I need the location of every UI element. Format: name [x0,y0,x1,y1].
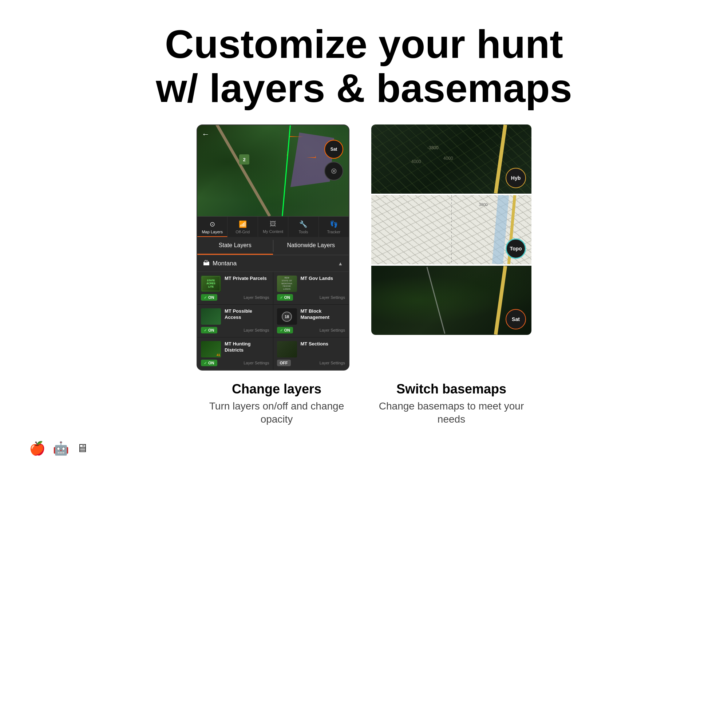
elevation-label-4000b: 4000 [444,156,453,161]
layer-top: MT Sections [277,341,346,358]
layer-settings-link[interactable]: Layer Settings [320,295,345,300]
nav-tab-tracker-label: Tracker [327,230,340,234]
layer-settings-link[interactable]: Layer Settings [243,361,269,365]
off-badge[interactable]: OFF [277,359,291,366]
back-button[interactable]: ← [202,130,210,139]
off-label: OFF [280,361,288,365]
layer-name: MT Private Parcels [225,275,269,282]
on-label: ON [208,328,214,332]
check-icon: ✓ [204,328,207,332]
desktop-icon: 🖥 [76,442,88,455]
on-badge[interactable]: ✓ ON [201,359,217,366]
layer-top: BEMSTATE OFMONTANAFED/NDLANDS MT Gov Lan… [277,275,346,292]
basemap-panel: -3800 4000 4000 Hyb 3800 Topo Sat [371,124,531,370]
on-badge[interactable]: ✓ ON [277,327,294,333]
on-label: ON [284,328,291,332]
state-name-label: Montana [213,260,237,267]
nav-tabs: ⊙ Map Layers 📶 Off-Grid 🖼 My Content 🔧 T… [197,216,349,237]
on-label: ON [208,295,214,300]
list-item: BEMSTATE OFMONTANAFED/NDLANDS MT Gov Lan… [273,272,349,304]
layer-name: MT Sections [301,341,346,347]
layer-settings-link[interactable]: Layer Settings [243,295,269,300]
layer-grid: STATEACRESLITE MT Private Parcels ✓ ON [197,272,349,370]
map-area: ← 2 Sat ⊗ [197,125,349,216]
caption-right: Switch basemaps Change basemaps to meet … [375,381,528,426]
nav-tab-off-grid-label: Off-Grid [236,230,250,234]
layer-thumb-block-mgmt: 18 [277,308,297,325]
layer-settings-link[interactable]: Layer Settings [243,328,269,332]
tracker-icon: 👣 [330,220,338,228]
on-label: ON [208,361,214,365]
layer-top: 41 MT Hunting Districts [201,341,269,358]
on-badge[interactable]: ✓ ON [277,294,294,301]
layer-top: STATEACRESLITE MT Private Parcels [201,275,269,292]
satellite-view: ← 2 Sat ⊗ [197,125,349,216]
apple-icon: 🍎 [29,441,46,456]
layer-name: MT Hunting Districts [225,341,269,353]
phone-panel: ← 2 Sat ⊗ ⊙ Map Layers 📶 Off-Grid 🖼 [197,124,349,370]
page-header: Customize your hunt w/ layers & basemaps [0,0,728,124]
layer-number-badge: 18 [282,312,292,322]
layer-bottom: ✓ ON Layer Settings [201,359,269,366]
caption-left: Change layers Turn layers on/off and cha… [200,381,353,426]
check-icon: ✓ [204,295,207,300]
basemap-hybrid[interactable]: -3800 4000 4000 Hyb [371,124,531,194]
list-item: MT Possible Access ✓ ON Layer Settings [197,305,273,337]
layer-top: MT Possible Access [201,308,269,325]
layer-info: MT Block Management [301,308,346,325]
layer-name: MT Gov Lands [301,275,346,282]
layer-thumb-sections [277,341,297,358]
android-icon: 🤖 [53,441,69,456]
on-label: ON [284,295,291,300]
layer-settings-link[interactable]: Layer Settings [320,361,345,365]
collapse-icon[interactable]: ▲ [338,261,343,266]
phone-mockup: ← 2 Sat ⊗ ⊙ Map Layers 📶 Off-Grid 🖼 [197,124,349,370]
layer-thumb-gov-lands: BEMSTATE OFMONTANAFED/NDLANDS [277,275,297,292]
layer-thumb-hunting: 41 [201,341,221,358]
page-title: Customize your hunt w/ layers & basemaps [29,22,699,110]
nav-tab-map-layers[interactable]: ⊙ Map Layers [197,217,228,237]
on-badge[interactable]: ✓ ON [201,327,217,333]
layer-name: MT Possible Access [225,308,269,321]
nav-tab-tools[interactable]: 🔧 Tools [288,217,318,237]
list-item: 41 MT Hunting Districts ✓ ON Layer Se [197,337,273,370]
sat-badge-basemap: Sat [506,309,526,329]
hybrid-badge: Hyb [506,168,526,188]
layer-settings-link[interactable]: Layer Settings [320,328,345,332]
platform-icons: 🍎 🤖 🖥 [0,434,728,463]
nav-tab-my-content-label: My Content [263,229,283,234]
nav-tab-tracker[interactable]: 👣 Tracker [319,217,349,237]
layer-info: MT Possible Access [225,308,269,325]
layer-bottom: ✓ ON Layer Settings [201,294,269,301]
state-flag-icon: 🏔 [203,260,210,267]
on-badge[interactable]: ✓ ON [201,294,217,301]
layer-info: MT Hunting Districts [225,341,269,358]
nav-tab-map-layers-label: Map Layers [202,230,222,234]
caption-left-title: Change layers [200,381,353,397]
check-icon: ✓ [204,361,207,365]
tab-nationwide-layers[interactable]: Nationwide Layers [273,237,349,255]
list-item: 18 MT Block Management ✓ ON Layer Set [273,305,349,337]
sat-badge[interactable]: Sat [324,140,343,159]
layer-info: MT Gov Lands [301,275,346,292]
tools-icon: 🔧 [299,220,307,228]
state-name: 🏔 Montana [203,260,237,267]
layer-bottom: ✓ ON Layer Settings [277,294,346,301]
nav-tab-tools-label: Tools [299,230,308,234]
layer-bottom: ✓ ON Layer Settings [277,327,346,333]
main-content: ← 2 Sat ⊗ ⊙ Map Layers 📶 Off-Grid 🖼 [0,124,728,370]
list-item: MT Sections OFF Layer Settings [273,337,349,370]
nav-tab-off-grid[interactable]: 📶 Off-Grid [228,217,258,237]
road-marker: 2 [239,154,249,165]
basemap-sat[interactable]: Sat [371,266,531,335]
topo-marker-line [451,195,452,264]
off-grid-icon: 📶 [239,220,247,228]
tab-switcher: State Layers Nationwide Layers [197,237,349,255]
basemap-stack: -3800 4000 4000 Hyb 3800 Topo Sat [371,124,531,335]
tab-state-layers[interactable]: State Layers [197,237,273,255]
caption-left-desc: Turn layers on/off and change opacity [200,400,353,426]
nav-tab-my-content[interactable]: 🖼 My Content [258,217,288,237]
my-content-icon: 🖼 [270,220,276,228]
compass-badge[interactable]: ⊗ [324,162,343,180]
basemap-topo[interactable]: 3800 Topo [371,195,531,264]
